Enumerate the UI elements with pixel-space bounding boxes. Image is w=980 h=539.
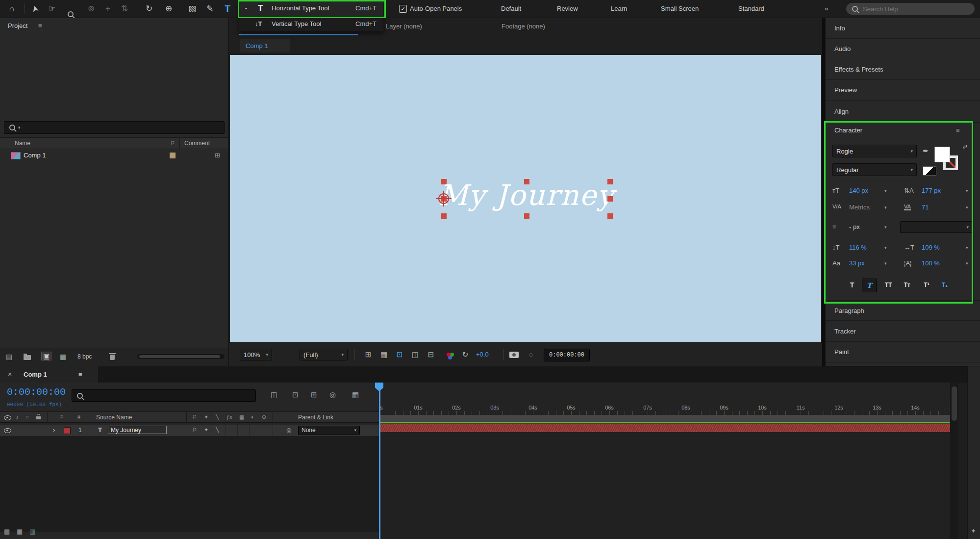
stepper-icon[interactable]: ▾: [966, 205, 968, 210]
pen-tool-icon[interactable]: ✎: [203, 0, 217, 18]
reset-exposure-icon[interactable]: ↻: [459, 343, 471, 366]
workspace-learn[interactable]: Learn: [611, 0, 627, 18]
workspace-review[interactable]: Review: [557, 0, 578, 18]
channel-color-icon[interactable]: [447, 353, 451, 357]
selection-handle[interactable]: [607, 213, 613, 219]
auto-open-panels-checkbox[interactable]: ✓: [399, 5, 407, 13]
home-icon[interactable]: ⌂: [5, 0, 19, 18]
current-timecode[interactable]: 0:00:00:00: [7, 386, 66, 398]
eyedropper-icon[interactable]: ✒: [923, 147, 929, 155]
panel-tab-info[interactable]: Info: [826, 18, 980, 39]
stroke-type-dropdown[interactable]: ▾: [900, 221, 973, 233]
project-search-input[interactable]: [21, 124, 224, 132]
graph-editor-icon[interactable]: ▦: [352, 390, 359, 399]
parent-dropdown[interactable]: None ▾: [298, 426, 360, 435]
motion-blur-icon[interactable]: ◎: [329, 390, 336, 399]
selection-handle[interactable]: [607, 179, 613, 184]
timeline-search-box[interactable]: [72, 389, 256, 402]
work-area-bar[interactable]: [380, 415, 958, 422]
hidden-panel-icon[interactable]: ✦: [971, 527, 976, 535]
exposure-offset-value[interactable]: +0,0: [476, 351, 489, 358]
guides-icon[interactable]: ◫: [409, 343, 421, 366]
magnification-dropdown[interactable]: 100%▾: [240, 349, 272, 360]
show-snapshot-icon[interactable]: ◌: [525, 343, 537, 366]
timeline-search-input[interactable]: [83, 391, 255, 400]
anchor-point-icon[interactable]: [438, 193, 449, 204]
workspace-standard[interactable]: Standard: [738, 0, 764, 18]
panel-tab-effects-presets[interactable]: Effects & Presets: [826, 59, 980, 80]
layer-row[interactable]: › 1 T My Journey ⚐ ✦ ╲ ◎ None ▾: [0, 425, 380, 436]
new-folder-icon[interactable]: [24, 355, 31, 360]
resolution-dropdown[interactable]: (Full)▾: [300, 349, 348, 360]
label-color-column-icon[interactable]: ⚐: [170, 140, 175, 146]
stepper-icon[interactable]: ▾: [966, 245, 968, 250]
expand-layer-icon[interactable]: ›: [53, 426, 55, 434]
grid-guides-icon[interactable]: ⊞: [362, 343, 374, 366]
stroke-style-swatch[interactable]: [923, 166, 936, 176]
small-caps-button[interactable]: Tᴛ: [900, 279, 914, 291]
selection-handle[interactable]: [524, 213, 529, 219]
expand-transfer-controls-icon[interactable]: ▤: [4, 528, 10, 535]
selection-tool-icon[interactable]: ➤: [25, 0, 46, 18]
workspace-small-screen[interactable]: Small Screen: [661, 0, 699, 18]
stepper-icon[interactable]: ▾: [884, 261, 887, 266]
region-of-interest-icon[interactable]: ⊡: [394, 343, 405, 366]
shape-tool-icon[interactable]: ▧: [185, 0, 199, 18]
bit-depth-label[interactable]: 8 bpc: [77, 353, 92, 360]
delete-icon[interactable]: [110, 355, 115, 360]
horizontal-scrollbar-thumb[interactable]: [139, 355, 220, 358]
column-divider[interactable]: [179, 138, 180, 149]
tab-footage[interactable]: Footage (none): [502, 23, 545, 30]
workspace-overflow-chevrons[interactable]: »: [825, 0, 828, 18]
stepper-icon[interactable]: ▾: [884, 245, 887, 250]
hand-tool-icon[interactable]: ☞: [45, 0, 59, 18]
selection-handle[interactable]: [441, 179, 447, 184]
horizontal-scale-value[interactable]: 109 %: [922, 244, 940, 251]
rotation-tool-icon[interactable]: ↻: [142, 0, 156, 18]
layer-visibility-eye-icon[interactable]: [4, 428, 11, 433]
transparency-grid-icon[interactable]: ▦: [378, 343, 390, 366]
selection-handle[interactable]: [524, 179, 529, 184]
column-name-header[interactable]: Name: [15, 140, 30, 147]
mask-visibility-icon[interactable]: ⊟: [425, 343, 437, 366]
orbit-camera-tool-icon[interactable]: ⊚: [84, 0, 98, 18]
flowchart-icon[interactable]: ⊞: [215, 152, 220, 159]
panel-tab-tracker[interactable]: Tracker: [826, 321, 980, 342]
selection-handle[interactable]: [607, 196, 613, 202]
source-name-column-header[interactable]: Source Name: [96, 414, 132, 421]
faux-bold-button[interactable]: T: [845, 279, 859, 291]
menu-item-vertical-type[interactable]: ↓T Vertical Type Tool Cmd+T: [239, 16, 383, 31]
project-search-box[interactable]: ▾: [4, 121, 225, 134]
new-composition-icon[interactable]: ▣: [41, 352, 51, 360]
panel-menu-icon[interactable]: ≡: [38, 22, 42, 29]
panel-tab-preview[interactable]: Preview: [826, 80, 980, 101]
column-comment-header[interactable]: Comment: [184, 140, 210, 147]
tracking-value[interactable]: 71: [922, 204, 929, 211]
vertical-scrollbar-thumb[interactable]: [952, 386, 957, 421]
baseline-shift-value[interactable]: 33 px: [849, 259, 865, 267]
pan-camera-tool-icon[interactable]: +: [101, 0, 115, 18]
panel-menu-icon[interactable]: ≡: [78, 371, 82, 378]
help-search-input[interactable]: [862, 5, 952, 13]
stepper-icon[interactable]: ▾: [884, 225, 887, 230]
panel-menu-icon[interactable]: ≡: [956, 127, 960, 134]
stepper-icon[interactable]: ▾: [966, 261, 968, 266]
label-color-swatch[interactable]: [170, 153, 176, 158]
layer-collapse-switch[interactable]: ✦: [204, 427, 208, 433]
horizontal-scrollbar-track[interactable]: [137, 354, 225, 359]
menu-item-horizontal-type[interactable]: ▪ T Horizontal Type Tool Cmd+T: [239, 0, 383, 16]
snapshot-camera-icon[interactable]: [509, 352, 519, 358]
stroke-width-value[interactable]: - px: [849, 223, 860, 231]
layer-shy-switch[interactable]: ⚐: [192, 427, 197, 433]
vertical-scale-value[interactable]: 116 %: [849, 244, 867, 251]
time-ruler[interactable]: 0s 01s 02s 03s 04s 05s 06s 07s 08s 09s 1…: [380, 383, 958, 415]
expand-in-out-icon[interactable]: ▦: [17, 528, 23, 535]
parent-link-column-header[interactable]: Parent & Link: [298, 414, 333, 421]
column-divider[interactable]: [167, 138, 167, 149]
type-tool-icon[interactable]: T: [221, 0, 234, 18]
layer-duration-bar[interactable]: [380, 423, 958, 432]
panel-tab-align[interactable]: Align: [826, 101, 980, 123]
tab-layer[interactable]: Layer (none): [386, 23, 422, 30]
panel-tab-paragraph[interactable]: Paragraph: [826, 300, 980, 321]
fill-color-swatch[interactable]: [934, 147, 950, 162]
